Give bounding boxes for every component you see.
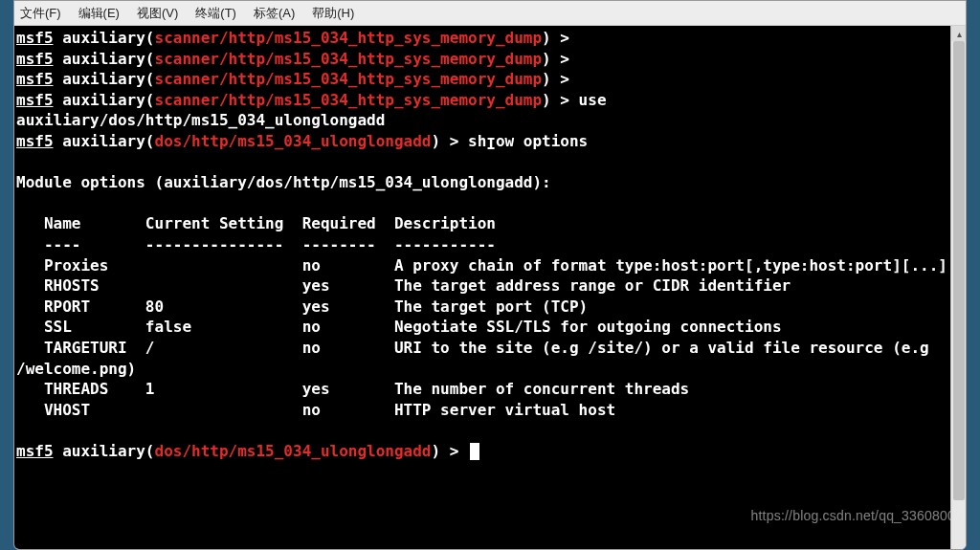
cmd-show-options: shIow options <box>468 132 588 150</box>
prompt-msf5: msf5 <box>16 132 54 150</box>
prompt-close-gt: ) > <box>542 91 579 109</box>
menu-terminal[interactable]: 终端(T) <box>195 5 236 22</box>
prompt-aux: auxiliary( <box>54 132 155 150</box>
prompt-aux: auxiliary( <box>54 91 155 109</box>
terminal-output[interactable]: msf5 auxiliary(scanner/http/ms15_034_htt… <box>14 26 950 549</box>
terminal-cursor <box>470 443 479 460</box>
option-row-proxies: Proxies no A proxy chain of format type:… <box>16 256 947 275</box>
prompt-aux: auxiliary( <box>54 50 155 68</box>
scroll-up-arrow-icon[interactable]: ▴ <box>951 26 967 41</box>
prompt-aux: auxiliary( <box>54 70 155 88</box>
module-options-header: Module options (auxiliary/dos/http/ms15_… <box>16 173 551 191</box>
prompt-msf5: msf5 <box>16 442 54 460</box>
prompt-aux: auxiliary( <box>54 442 155 460</box>
prompt-msf5: msf5 <box>16 91 54 109</box>
module-dos: dos/http/ms15_034_ulonglongadd <box>155 442 432 460</box>
option-row-ssl: SSL false no Negotiate SSL/TLS for outgo… <box>16 318 782 336</box>
option-row-threads: THREADS 1 yes The number of concurrent t… <box>16 380 689 398</box>
prompt-close: ) > <box>542 50 569 68</box>
module-scanner: scanner/http/ms15_034_http_sys_memory_du… <box>155 50 543 68</box>
prompt-close-gt: ) > <box>431 132 468 150</box>
module-dos: dos/http/ms15_034_ulonglongadd <box>155 132 432 150</box>
prompt-msf5: msf5 <box>16 70 54 88</box>
prompt-msf5: msf5 <box>16 29 54 47</box>
module-scanner: scanner/http/ms15_034_http_sys_memory_du… <box>155 29 543 47</box>
option-row-rport: RPORT 80 yes The target port (TCP) <box>16 297 588 316</box>
menu-view[interactable]: 视图(V) <box>137 5 178 22</box>
module-scanner: scanner/http/ms15_034_http_sys_memory_du… <box>155 70 543 88</box>
scrollbar-thumb[interactable] <box>953 41 965 500</box>
prompt-msf5: msf5 <box>16 50 54 68</box>
prompt-close: ) > <box>542 70 569 88</box>
option-row-rhosts: RHOSTS yes The target address range or C… <box>16 276 791 295</box>
menu-file[interactable]: 文件(F) <box>20 5 61 22</box>
menu-help[interactable]: 帮助(H) <box>312 5 354 22</box>
prompt-close-gt: ) > <box>431 442 468 460</box>
terminal-window: 文件(F) 编辑(E) 视图(V) 终端(T) 标签(A) 帮助(H) msf5… <box>13 0 967 550</box>
prompt-aux: auxiliary( <box>54 29 155 47</box>
scrollbar[interactable]: ▴ <box>950 26 966 549</box>
option-row-targeturi: TARGETURI / no URI to the site (e.g /sit… <box>16 339 938 378</box>
menu-tabs[interactable]: 标签(A) <box>254 5 295 22</box>
prompt-close: ) > <box>542 29 569 47</box>
module-scanner: scanner/http/ms15_034_http_sys_memory_du… <box>155 91 543 109</box>
text-cursor-icon: I <box>486 134 496 155</box>
menu-edit[interactable]: 编辑(E) <box>78 5 120 22</box>
options-table-divider: ---- --------------- -------- ----------… <box>16 235 496 253</box>
options-table-header: Name Current Setting Required Descriptio… <box>16 214 496 232</box>
option-row-vhost: VHOST no HTTP server virtual host <box>16 401 615 419</box>
menubar: 文件(F) 编辑(E) 视图(V) 终端(T) 标签(A) 帮助(H) <box>14 1 966 26</box>
